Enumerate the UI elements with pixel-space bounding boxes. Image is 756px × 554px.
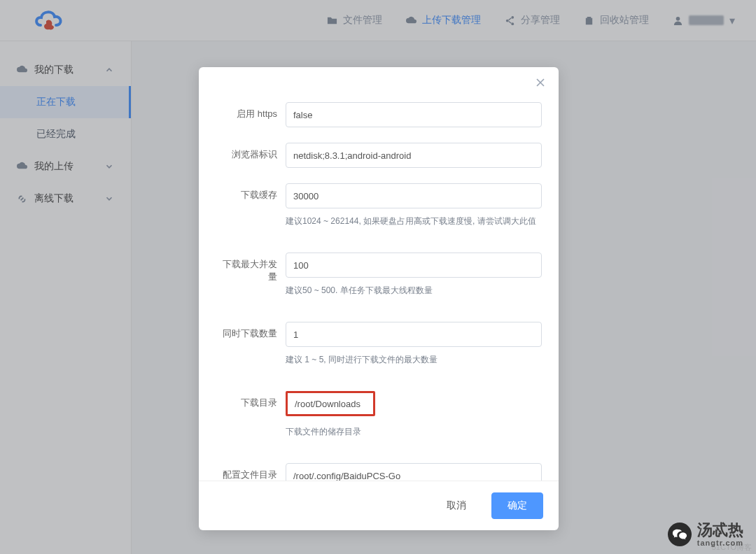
field-label: 同时下载数量 bbox=[216, 322, 286, 366]
enable-https-input[interactable] bbox=[286, 102, 542, 127]
max-concurrency-input[interactable] bbox=[286, 253, 542, 278]
wechat-icon bbox=[668, 523, 692, 546]
row-simultaneous-downloads: 同时下载数量 建议 1 ~ 5, 同时进行下载文件的最大数量 bbox=[216, 322, 542, 366]
row-browser-id: 浏览器标识 bbox=[216, 143, 542, 168]
field-label: 启用 https bbox=[216, 102, 286, 127]
field-hint: 建议1024 ~ 262144, 如果硬盘占用高或下载速度慢, 请尝试调大此值 bbox=[286, 215, 542, 227]
row-enable-https: 启用 https bbox=[216, 102, 542, 127]
faint-watermark: 51CTO博客 bbox=[712, 542, 752, 553]
field-label: 浏览器标识 bbox=[216, 143, 286, 168]
config-dir-input[interactable] bbox=[286, 463, 542, 481]
simultaneous-downloads-input[interactable] bbox=[286, 322, 542, 347]
field-label: 下载目录 bbox=[216, 391, 286, 438]
watermark-title: 汤忒热 bbox=[697, 522, 743, 539]
close-icon bbox=[535, 77, 546, 88]
row-max-concurrency: 下载最大并发量 建议50 ~ 500. 单任务下载最大线程数量 bbox=[216, 253, 542, 297]
close-button[interactable] bbox=[535, 77, 546, 91]
row-download-cache: 下载缓存 建议1024 ~ 262144, 如果硬盘占用高或下载速度慢, 请尝试… bbox=[216, 183, 542, 227]
browser-id-input[interactable] bbox=[286, 143, 542, 168]
download-cache-input[interactable] bbox=[286, 183, 542, 208]
row-config-dir: 配置文件目录 配置文件的储存目录，更改无效 bbox=[216, 463, 542, 481]
cancel-button[interactable]: 取消 bbox=[431, 492, 482, 519]
field-label: 配置文件目录 bbox=[216, 463, 286, 481]
field-hint: 下载文件的储存目录 bbox=[286, 426, 542, 438]
settings-modal: 启用 https 浏览器标识 下载缓存 建议1024 ~ 262144, 如果硬… bbox=[199, 67, 559, 530]
row-download-dir: 下载目录 下载文件的储存目录 bbox=[216, 391, 542, 438]
ok-button[interactable]: 确定 bbox=[491, 492, 543, 519]
field-hint: 建议 1 ~ 5, 同时进行下载文件的最大数量 bbox=[286, 354, 542, 366]
field-label: 下载最大并发量 bbox=[216, 253, 286, 297]
field-hint: 建议50 ~ 500. 单任务下载最大线程数量 bbox=[286, 285, 542, 297]
download-dir-input[interactable] bbox=[288, 393, 373, 414]
modal-footer: 取消 确定 bbox=[199, 481, 559, 530]
highlight-box bbox=[286, 391, 375, 416]
field-label: 下载缓存 bbox=[216, 183, 286, 227]
modal-body: 启用 https 浏览器标识 下载缓存 建议1024 ~ 262144, 如果硬… bbox=[199, 101, 559, 481]
